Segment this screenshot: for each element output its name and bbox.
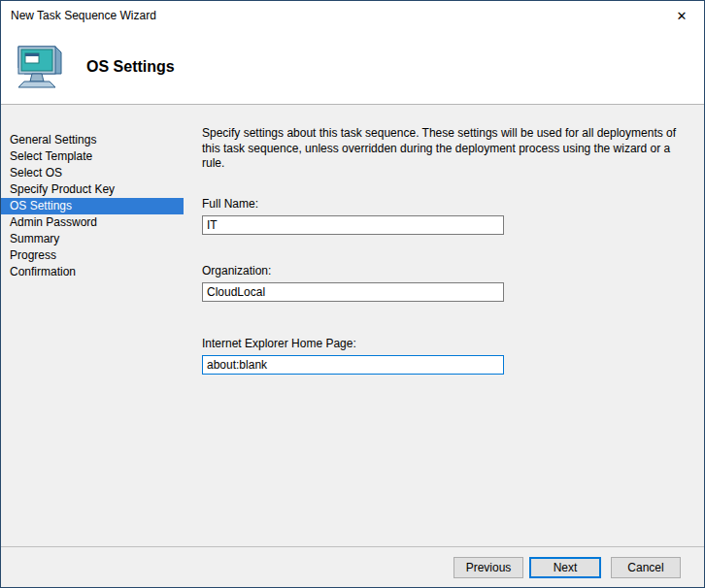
- close-button[interactable]: ✕: [659, 1, 704, 30]
- sidebar-item-progress[interactable]: Progress: [1, 247, 191, 264]
- sidebar-item-general-settings[interactable]: General Settings: [1, 132, 191, 148]
- organization-label: Organization:: [202, 264, 690, 278]
- page-description: Specify settings about this task sequenc…: [202, 126, 690, 172]
- page-content: Specify settings about this task sequenc…: [191, 105, 704, 546]
- wizard-footer: Previous Next Cancel: [1, 546, 704, 587]
- sidebar-item-os-settings[interactable]: OS Settings: [1, 198, 184, 214]
- wizard-header: OS Settings: [1, 30, 704, 105]
- sidebar-item-specify-product-key[interactable]: Specify Product Key: [1, 181, 191, 198]
- full-name-field-group: Full Name:: [202, 197, 690, 235]
- page-title: OS Settings: [86, 58, 175, 76]
- organization-input[interactable]: [202, 282, 504, 302]
- full-name-label: Full Name:: [202, 197, 690, 211]
- cancel-button[interactable]: Cancel: [611, 557, 681, 578]
- previous-button[interactable]: Previous: [453, 557, 523, 578]
- sidebar-item-admin-password[interactable]: Admin Password: [1, 214, 191, 231]
- titlebar: New Task Sequence Wizard ✕: [1, 1, 704, 30]
- wizard-body: General Settings Select Template Select …: [1, 105, 704, 546]
- ie-home-page-field-group: Internet Explorer Home Page:: [202, 337, 690, 375]
- wizard-steps-sidebar: General Settings Select Template Select …: [1, 105, 191, 546]
- sidebar-item-confirmation[interactable]: Confirmation: [1, 264, 191, 280]
- ie-home-page-label: Internet Explorer Home Page:: [202, 337, 690, 350]
- sidebar-item-summary[interactable]: Summary: [1, 231, 191, 247]
- sidebar-item-select-os[interactable]: Select OS: [1, 165, 191, 181]
- close-icon: ✕: [677, 9, 688, 23]
- ie-home-page-input[interactable]: [202, 355, 504, 375]
- computer-monitor-icon: [13, 45, 63, 89]
- window-title: New Task Sequence Wizard: [1, 9, 659, 22]
- organization-field-group: Organization:: [202, 264, 690, 302]
- sidebar-item-select-template[interactable]: Select Template: [1, 148, 191, 165]
- full-name-input[interactable]: [202, 215, 504, 235]
- next-button[interactable]: Next: [529, 557, 601, 578]
- wizard-window: New Task Sequence Wizard ✕ OS: [0, 0, 705, 588]
